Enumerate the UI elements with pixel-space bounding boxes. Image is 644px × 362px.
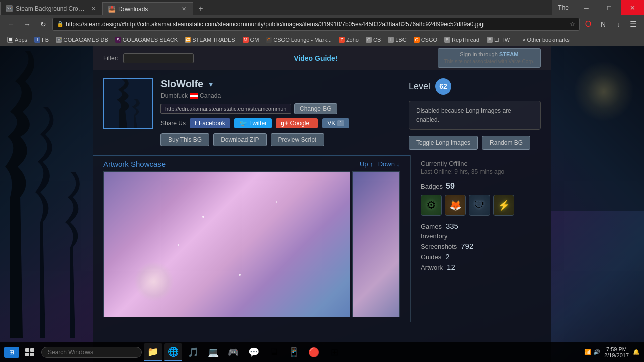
sign-in-button[interactable]: Sign In through STEAM This site not asso… xyxy=(438,48,541,68)
taskbar-media[interactable]: 🎵 xyxy=(184,343,202,361)
bookmark-zoho[interactable]: Z Zoho xyxy=(336,36,362,44)
address-bar[interactable]: 🔒 https://steam.design/#http://cdn.akama… xyxy=(52,18,580,31)
artwork-image-thumb[interactable] xyxy=(352,171,400,317)
bookmark-golagames-db[interactable]: 🎮 GOLAGAMES DB xyxy=(53,36,111,44)
bookmark-apps[interactable]: 🔲 Apps xyxy=(4,36,30,44)
profile-level-row: SloWolfe ▼ Dumbfuck Canada Change BG xyxy=(93,70,551,155)
csgo-icon: C xyxy=(414,37,420,43)
tab-close-1[interactable]: ✕ xyxy=(89,5,97,13)
username: SloWolfe xyxy=(160,78,203,90)
bookmark-other[interactable]: » Other bookmarks xyxy=(519,36,573,44)
facebook-button[interactable]: f Facebook xyxy=(190,118,230,128)
bookmark-label-fb: FB xyxy=(42,37,49,43)
taskbar-phone[interactable]: 📱 xyxy=(285,343,303,361)
username-dropdown[interactable]: ▼ xyxy=(207,80,214,88)
taskbar-grid-app[interactable]: ⊞ xyxy=(325,343,343,361)
steam-trades-icon: 🔁 xyxy=(185,37,191,43)
artwork-image-main[interactable] xyxy=(103,171,350,317)
taskbar-computer[interactable]: 💻 xyxy=(204,343,222,361)
badge-3[interactable]: 🛡 xyxy=(469,195,490,216)
taskbar-chrome[interactable]: 🌐 xyxy=(164,343,182,361)
tab-steam-bg-crop[interactable]: 🎮 Steam Background Crop... ✕ xyxy=(0,2,103,15)
bg-url-row: Change BG xyxy=(160,103,349,114)
notification-button[interactable]: 🔔 xyxy=(633,349,640,355)
tab-close-2[interactable]: ✕ xyxy=(180,5,188,13)
filter-bar: Filter: Video Guide! Sign In through STE… xyxy=(93,46,551,70)
showcase-up-button[interactable]: Up ↑ xyxy=(360,160,373,168)
taskbar-file-explorer[interactable]: 📁 xyxy=(144,343,162,361)
date-display: 2/19/2017 xyxy=(604,352,629,358)
taskbar-display[interactable]: 🖥 xyxy=(265,343,283,361)
vk-button[interactable]: VK 1 xyxy=(322,118,349,128)
new-tab-button[interactable]: + xyxy=(193,2,208,15)
buy-bg-button[interactable]: Buy This BG xyxy=(160,133,209,146)
badge-2[interactable]: 🦊 xyxy=(445,195,466,216)
taskbar-steam[interactable]: 🎮 xyxy=(224,343,243,361)
badges-row: ⚙ 🦊 🛡 ⚡ xyxy=(421,195,541,216)
showcase-down-button[interactable]: Down ↓ xyxy=(378,160,400,168)
bookmark-lbc[interactable]: L LBC xyxy=(385,36,409,44)
extension-icon-2[interactable]: ↓ xyxy=(612,18,625,31)
games-label: Games xyxy=(421,223,442,230)
download-zip-button[interactable]: Download ZIP xyxy=(213,133,266,146)
url-text: https://steam.design/#http://cdn.akamai.… xyxy=(66,21,568,28)
bookmark-fb[interactable]: f FB xyxy=(31,36,52,44)
page-area: Filter: Video Guide! Sign In through STE… xyxy=(0,46,644,362)
showcase-header: Artwork Showcase Up ↑ Down ↓ xyxy=(93,155,410,171)
bookmark-steam-trades[interactable]: 🔁 STEAM TRADES xyxy=(182,36,238,44)
taskbar-search-input[interactable] xyxy=(41,347,142,358)
stat-inventory[interactable]: Inventory xyxy=(421,232,541,240)
random-bg-button[interactable]: Random BG xyxy=(482,136,530,150)
bookmark-golagames-slack[interactable]: S GOLAGAMES SLACK xyxy=(112,36,181,44)
start-button[interactable]: ⊞ xyxy=(4,347,19,358)
bookmark-repthread[interactable]: R RepThread xyxy=(441,36,482,44)
bookmark-gm[interactable]: M GM xyxy=(239,36,262,44)
forward-button[interactable]: → xyxy=(20,17,34,31)
badges-header: Badges 59 xyxy=(421,182,541,191)
tab-downloads[interactable]: 📥 Downloads ✕ xyxy=(103,2,193,15)
user-nickname: Dumbfuck xyxy=(160,92,188,99)
right-decoration xyxy=(551,46,644,362)
bg-url-input[interactable] xyxy=(160,104,291,114)
filter-input[interactable] xyxy=(123,53,194,63)
vk-count: 1 xyxy=(337,120,344,126)
showcase-stats-row: Artwork Showcase Up ↑ Down ↓ xyxy=(93,155,551,322)
toggle-buttons: Toggle Long Images Random BG xyxy=(409,136,541,150)
taskbar-red-app[interactable]: 🔴 xyxy=(305,343,323,361)
bookmark-label-repthread: RepThread xyxy=(452,37,479,43)
back-button[interactable]: ← xyxy=(4,17,18,31)
reload-button[interactable]: ↻ xyxy=(36,17,50,31)
taskbar-clock[interactable]: 7:59 PM 2/19/2017 xyxy=(604,346,629,358)
opera-icon[interactable]: O xyxy=(582,18,595,31)
guides-value: 2 xyxy=(445,252,449,261)
last-online: Last Online: 9 hrs, 35 mins ago xyxy=(421,168,541,175)
bookmark-label-slack: GOLAGAMES SLACK xyxy=(123,37,178,43)
artwork-images xyxy=(93,171,410,322)
preview-script-button[interactable]: Preview Script xyxy=(271,133,325,146)
google-button[interactable]: g+ Google+ xyxy=(276,118,318,128)
taskbar-chat[interactable]: 💬 xyxy=(245,343,263,361)
task-view-button[interactable] xyxy=(21,343,39,361)
toggle-long-images-button[interactable]: Toggle Long Images xyxy=(409,136,478,150)
username-row: SloWolfe ▼ xyxy=(160,78,349,90)
bookmarks-bar: 🔲 Apps f FB 🎮 GOLAGAMES DB S GOLAGAMES S… xyxy=(0,33,644,46)
extension-icon-1[interactable]: N xyxy=(597,18,610,31)
eftw-icon: E xyxy=(487,37,493,43)
bookmark-eftw[interactable]: E EFTW xyxy=(484,36,513,44)
video-guide-link[interactable]: Video Guide! xyxy=(199,54,433,62)
bookmark-star[interactable]: ☆ xyxy=(570,21,575,28)
badge-4[interactable]: ⚡ xyxy=(493,195,514,216)
screenshots-label: Screenshots xyxy=(421,243,457,250)
bookmark-csgo-lounge[interactable]: C CSGO Lounge - Mark... xyxy=(263,36,335,44)
badge-icon-2: 🦊 xyxy=(449,199,462,211)
menu-button[interactable]: ☰ xyxy=(627,18,640,31)
twitter-button[interactable]: 🐦 Twitter xyxy=(234,118,272,128)
badge-1[interactable]: ⚙ xyxy=(421,195,442,216)
bookmark-cb[interactable]: C CB xyxy=(363,36,384,44)
maximize-button[interactable]: □ xyxy=(598,0,621,15)
close-button[interactable]: ✕ xyxy=(621,0,644,15)
change-bg-button[interactable]: Change BG xyxy=(294,103,337,114)
minimize-button[interactable]: ─ xyxy=(575,0,598,15)
svg-rect-0 xyxy=(104,79,152,128)
bookmark-csgo[interactable]: C CSGO xyxy=(411,36,440,44)
